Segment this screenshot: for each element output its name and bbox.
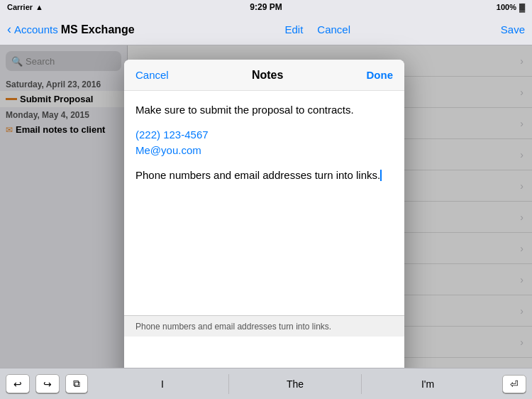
modal-done-button[interactable]: Done (367, 69, 394, 81)
clipboard-button[interactable]: ⧉ (65, 374, 88, 393)
current-title: MS Exchange (61, 23, 135, 36)
kb-left-buttons: ↩ ↪ ⧉ (6, 374, 88, 393)
undo-button[interactable]: ↩ (6, 374, 30, 393)
status-bar: Carrier ▲ 9:29 PM 100% ▓ (0, 0, 532, 14)
redo-button[interactable]: ↪ (35, 374, 60, 393)
kb-right-buttons: ⏎ (502, 375, 526, 393)
status-time: 9:29 PM (250, 2, 282, 12)
modal-body[interactable]: Make sure to submit the proposal to cont… (124, 91, 404, 389)
word-suggestion-3[interactable]: I'm (361, 374, 494, 394)
note-phone[interactable]: (222) 123-4567 (135, 127, 393, 143)
carrier-label: Carrier (7, 3, 33, 11)
notes-modal: Cancel Notes Done Make sure to submit th… (124, 60, 404, 389)
text-cursor (380, 170, 382, 181)
nav-left: ‹ Accounts MS Exchange (7, 22, 135, 37)
edit-button[interactable]: Edit (284, 23, 303, 35)
word-suggestion-2[interactable]: The (228, 374, 361, 394)
note-email[interactable]: Me@you.com (135, 143, 393, 159)
word-suggestion-1[interactable]: I (96, 374, 228, 394)
modal-cancel-button[interactable]: Cancel (135, 69, 169, 81)
save-button[interactable]: Save (501, 23, 525, 35)
note-line2: Phone numbers and email addresses turn i… (135, 168, 393, 184)
battery-label: 100% (497, 3, 516, 11)
nav-center: Edit Cancel (284, 23, 350, 35)
note-line1: Make sure to submit the proposal to cont… (135, 102, 393, 119)
status-left: Carrier ▲ (7, 3, 43, 11)
cancel-button[interactable]: Cancel (317, 23, 350, 35)
back-arrow-icon[interactable]: ‹ (7, 22, 11, 37)
battery-icon: ▓ (519, 3, 525, 11)
word-suggestions: I The I'm (96, 374, 494, 394)
back-label[interactable]: Accounts (14, 23, 58, 35)
bottom-preview-bar: Phone numbers and email addresses turn i… (124, 315, 404, 337)
nav-right: Save (501, 23, 525, 35)
keyboard-toolbar: ↩ ↪ ⧉ I The I'm ⏎ (0, 368, 532, 399)
status-right: 100% ▓ (497, 3, 525, 11)
bg-content: 🔍 Search Saturday, April 23, 2016 Submit… (0, 45, 532, 368)
bottom-preview-text: Phone numbers and email addresses turn i… (135, 322, 331, 332)
modal-title: Notes (252, 69, 283, 82)
note-contact: (222) 123-4567 Me@you.com (135, 127, 393, 159)
modal-header: Cancel Notes Done (124, 60, 404, 91)
wifi-icon: ▲ (35, 3, 43, 11)
return-button[interactable]: ⏎ (502, 375, 526, 393)
nav-bar: ‹ Accounts MS Exchange Edit Cancel Save (0, 14, 532, 45)
